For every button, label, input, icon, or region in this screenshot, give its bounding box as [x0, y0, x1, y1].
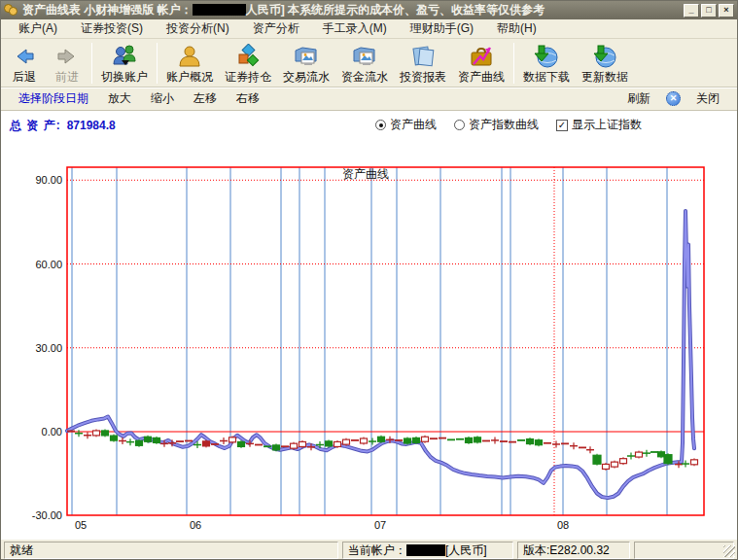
toolbar-button-positions-cubes[interactable]: 证券持仓: [219, 41, 277, 86]
checkbox-icon[interactable]: ✓: [556, 120, 568, 131]
index-candle-body: [527, 439, 534, 444]
toolbar-button-back-arrow[interactable]: 后退: [3, 41, 46, 86]
menu-item[interactable]: 帮助(H): [485, 18, 548, 39]
menu-bar: 账户(A)证券投资(S)投资分析(N)资产分析手工录入(M)理财助手(G)帮助(…: [1, 19, 737, 39]
x-axis-label: 08: [557, 519, 569, 531]
index-candle-body: [273, 445, 280, 450]
toolbar-button-label: 资产曲线: [458, 70, 505, 84]
menu-item[interactable]: 资产分析: [241, 18, 311, 39]
total-assets-value: 871984.8: [67, 119, 116, 132]
report-icon: [410, 44, 436, 70]
tool-button[interactable]: 右移: [227, 88, 269, 109]
checkbox-show-shanghai-index[interactable]: ✓显示上证指数: [556, 117, 642, 133]
chart-border: [67, 167, 704, 515]
download-globe-icon: [533, 44, 560, 70]
toolbar-button-label: 切换账户: [101, 70, 148, 84]
account-overview-icon: [177, 44, 202, 70]
index-candle-body: [136, 440, 143, 445]
toolbar-button-switch-account[interactable]: 切换账户: [95, 41, 154, 86]
chart-toolbar: 选择阶段日期放大缩小左移右移 刷新 ✕ 关闭: [1, 88, 737, 111]
toolbar-button-label: 投资报表: [400, 70, 446, 84]
toolbar-button-update-globe[interactable]: 更新数据: [576, 41, 634, 86]
x-axis-label: 05: [75, 519, 87, 531]
index-candle-body: [291, 443, 298, 448]
app-window: { "window": { "title_part1": "资产曲线表 小财神增…: [0, 0, 738, 560]
window-title: 资产曲线表 小财神增强版 帐户：人民币] 本系统所提示的成本价、盈亏、收益率等仅…: [22, 2, 684, 18]
menu-item[interactable]: 手工录入(M): [311, 18, 399, 39]
tool-button[interactable]: 放大: [98, 88, 141, 109]
positions-cubes-icon: [235, 44, 261, 70]
toolbar-separator: [157, 43, 158, 84]
toolbar-button-download-globe[interactable]: 数据下载: [517, 41, 576, 86]
index-candle-body: [203, 441, 210, 446]
folder-image-icon: [351, 44, 378, 70]
status-ready: 就绪: [4, 542, 338, 559]
index-candle-body: [334, 441, 341, 446]
index-candle-body: [691, 460, 698, 465]
status-version: 版本:E282.00.32: [517, 542, 630, 559]
menu-item[interactable]: 投资分析(N): [155, 18, 241, 39]
toolbar-button-label: 后退: [13, 70, 36, 84]
radio-asset-curve[interactable]: 资产曲线: [375, 117, 437, 133]
index-candle-body: [238, 441, 245, 446]
toolbar-button-asset-curve[interactable]: 资产曲线: [452, 41, 510, 86]
minimize-button[interactable]: _: [684, 4, 699, 18]
tool-button[interactable]: 左移: [184, 88, 227, 109]
menu-item[interactable]: 证券投资(S): [69, 18, 155, 39]
toolbar-button-folder-image[interactable]: 资金流水: [335, 41, 394, 86]
update-globe-icon: [591, 44, 618, 70]
y-axis-label: 0.00: [42, 426, 62, 438]
total-assets: 总 资 产:871984.8: [10, 118, 116, 134]
index-candle-body: [145, 437, 152, 441]
toolbar-separator: [91, 43, 92, 84]
menu-item[interactable]: 账户(A): [7, 18, 69, 39]
index-candle-body: [93, 431, 100, 436]
chart-title: 资产曲线: [342, 167, 389, 181]
index-candle-body: [111, 436, 118, 440]
menu-item[interactable]: 理财助手(G): [399, 18, 485, 39]
index-candle-body: [612, 462, 618, 467]
status-current-account: 当前帐户：[人民币]: [342, 542, 513, 559]
index-candle-body: [636, 452, 643, 457]
index-candle-body: [422, 437, 429, 441]
x-axis-label: 07: [374, 519, 386, 531]
index-candle-body: [466, 438, 473, 442]
y-axis-label: -30.00: [32, 509, 62, 521]
switch-account-icon: [111, 44, 138, 70]
refresh-button[interactable]: 刷新: [617, 88, 660, 109]
redacted-account-name: [406, 544, 445, 556]
toolbar-button-label: 前进: [55, 70, 79, 84]
tool-button[interactable]: 选择阶段日期: [9, 88, 98, 109]
toolbar-button-report[interactable]: 投资报表: [394, 41, 452, 86]
y-axis-label: 60.00: [35, 259, 62, 270]
status-empty: [634, 542, 734, 559]
toolbar-button-label: 证券持仓: [225, 70, 271, 84]
radio-asset-index-curve[interactable]: 资产指数曲线: [454, 117, 539, 133]
index-candle-body: [154, 438, 160, 442]
toolbar-button-label: 交易流水: [283, 70, 330, 84]
index-candle-body: [404, 438, 411, 443]
toolbar-button-account-overview[interactable]: 账户概况: [160, 41, 219, 86]
forward-arrow-icon: [55, 44, 79, 70]
toolbar-button-folder-image[interactable]: 交易流水: [277, 41, 335, 86]
toolbar-button-label: 更新数据: [581, 70, 628, 84]
close-circle-icon[interactable]: ✕: [666, 91, 681, 106]
index-candle-body: [378, 437, 385, 441]
tool-button[interactable]: 缩小: [141, 88, 184, 109]
asset-curve-chart: 90.0060.0030.000.00-30.0005060708资产曲线: [1, 138, 737, 539]
index-candle-body: [361, 438, 368, 443]
radio-icon[interactable]: [375, 120, 386, 130]
index-candle-body: [664, 455, 672, 464]
toolbar-button-label: 数据下载: [523, 70, 570, 84]
resize-grip[interactable]: [723, 545, 735, 557]
back-arrow-icon: [13, 44, 36, 70]
close-button[interactable]: ×: [719, 4, 734, 18]
x-axis-label: 06: [190, 519, 201, 531]
close-view-button[interactable]: 关闭: [686, 88, 729, 109]
index-candle-body: [603, 464, 610, 469]
toolbar-button-forward-arrow: 前进: [46, 41, 88, 86]
y-axis-label: 90.00: [35, 174, 62, 186]
radio-icon[interactable]: [454, 120, 465, 130]
maximize-button[interactable]: □: [701, 4, 717, 18]
main-toolbar: 后退前进切换账户账户概况证券持仓交易流水资金流水投资报表资产曲线数据下载更新数据: [1, 39, 737, 88]
